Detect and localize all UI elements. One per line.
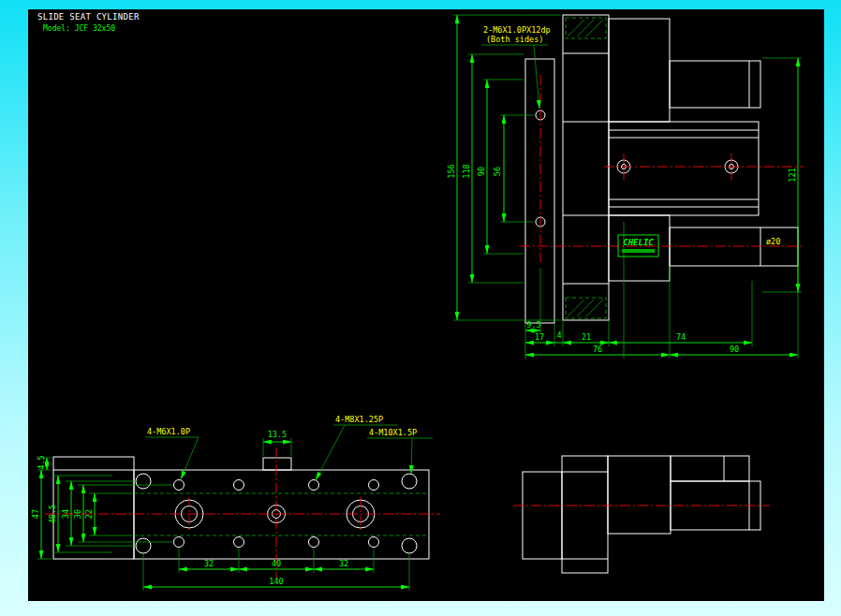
logo-text: CHELIC <box>623 238 654 247</box>
drawing-sheet <box>28 9 824 601</box>
logo-subtext-bar <box>622 249 655 253</box>
dim-32-right: 32 <box>339 559 348 568</box>
dim-21: 21 <box>582 332 591 342</box>
dim-76: 76 <box>593 345 602 354</box>
dim-40-5: 40.5 <box>48 505 57 523</box>
drawing-title: SLIDE SEAT CYLINDER <box>37 12 140 22</box>
thread-callout: 2-M6X1.0PX12dp <box>483 25 551 35</box>
dim-13-5: 13.5 <box>268 430 287 439</box>
dim-9-5: 9.5 <box>526 320 540 330</box>
rod-diameter-label: ø20 <box>766 237 780 246</box>
cad-drawing-canvas[interactable]: SLIDE SEAT CYLINDER Model: JCF 32x50 <box>0 0 841 616</box>
dim-90-left: 90 <box>477 167 486 176</box>
dim-118: 118 <box>462 164 471 178</box>
callout-m8: 4-M8X1.25P <box>335 415 383 424</box>
dim-90-bottom: 90 <box>730 345 739 354</box>
dim-40: 40 <box>272 559 281 568</box>
dim-4-5: 4.5 <box>37 455 46 469</box>
dim-4: 4 <box>556 330 561 340</box>
dim-47: 47 <box>31 509 40 519</box>
dim-121: 121 <box>788 168 797 182</box>
dim-56: 56 <box>493 167 502 176</box>
dim-30: 30 <box>73 509 82 519</box>
drawing-model: Model: JCF 32x50 <box>43 24 115 33</box>
dim-74: 74 <box>676 332 686 342</box>
dim-22: 22 <box>84 509 94 519</box>
cad-viewport-frame: SLIDE SEAT CYLINDER Model: JCF 32x50 <box>0 0 841 616</box>
dim-140: 140 <box>269 577 283 586</box>
callout-m6: 4-M6X1.0P <box>147 427 190 436</box>
dim-156: 156 <box>447 164 456 178</box>
dim-17: 17 <box>535 332 544 342</box>
thread-note: (Both sides) <box>486 35 543 44</box>
callout-m10: 4-M10X1.5P <box>369 428 417 437</box>
dim-34: 34 <box>61 509 70 519</box>
dim-32-left: 32 <box>204 559 214 568</box>
